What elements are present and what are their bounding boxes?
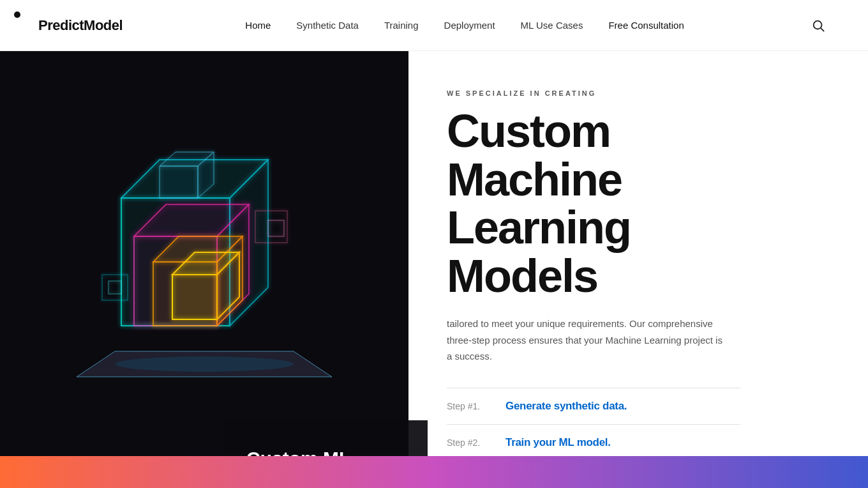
main-headline: Custom Machine Learning Models — [447, 107, 830, 300]
top-dot — [14, 11, 20, 18]
step-1: Step #1. Generate synthetic data. — [447, 388, 740, 425]
nav-ml-use-cases[interactable]: ML Use Cases — [521, 20, 583, 31]
logo[interactable]: PredictModel — [38, 17, 123, 34]
main-content: Custom ML Models Made Easy. WE SPECIALIZ… — [0, 51, 868, 488]
hero-text-section: WE SPECIALIZE IN CREATING Custom Machine… — [408, 51, 868, 488]
nav-free-consultation[interactable]: Free Consultation — [608, 20, 684, 31]
step-1-action: Generate synthetic data. — [505, 400, 627, 413]
nav-training[interactable]: Training — [384, 20, 419, 31]
neon-cubes-svg — [51, 83, 357, 415]
hero-image-section: Custom ML Models Made Easy. — [0, 51, 408, 488]
hero-description: tailored to meet your unique requirement… — [447, 316, 728, 365]
svg-rect-22 — [108, 281, 121, 294]
step-2-number: Step #2. — [447, 438, 498, 448]
header: PredictModel Home Synthetic Data Trainin… — [0, 0, 868, 51]
nav-deployment[interactable]: Deployment — [444, 20, 495, 31]
bottom-gradient-strip — [0, 456, 868, 488]
nav-synthetic-data[interactable]: Synthetic Data — [296, 20, 359, 31]
svg-rect-20 — [268, 220, 284, 236]
svg-point-0 — [814, 20, 822, 29]
svg-line-1 — [821, 28, 824, 31]
step-1-number: Step #1. — [447, 401, 498, 411]
main-nav: Home Synthetic Data Training Deployment … — [245, 20, 684, 31]
svg-marker-12 — [172, 275, 217, 319]
nav-home[interactable]: Home — [245, 20, 271, 31]
step-2-action: Train your ML model. — [505, 436, 611, 449]
search-icon — [811, 19, 825, 33]
svg-point-18 — [115, 356, 294, 372]
specializes-label: WE SPECIALIZE IN CREATING — [447, 89, 830, 97]
svg-marker-15 — [160, 166, 198, 198]
search-button[interactable] — [807, 14, 830, 37]
